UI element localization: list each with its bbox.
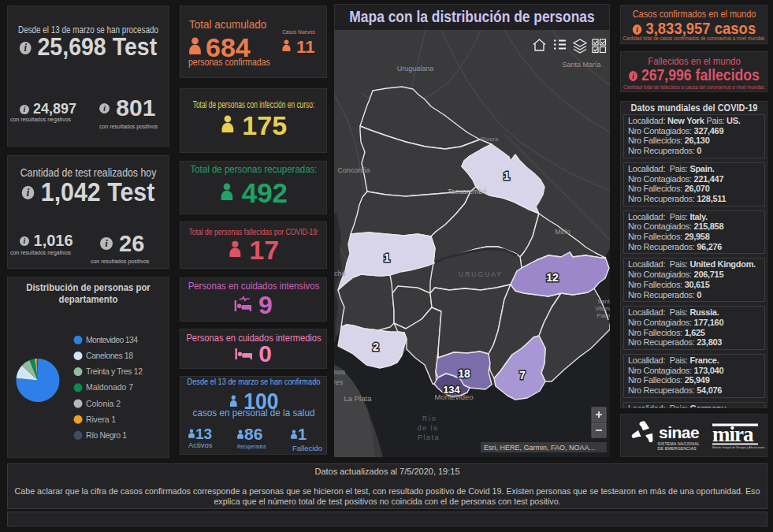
svg-text:12: 12	[546, 271, 559, 284]
svg-text:de la: de la	[417, 424, 438, 432]
svg-text:Rivera: Rivera	[480, 136, 499, 143]
svg-text:Esri, HERE, Garmin, FAO, NOAA.: Esri, HERE, Garmin, FAO, NOAA...	[484, 444, 595, 452]
svg-text:chó: chó	[334, 270, 346, 277]
svg-text:res: res	[334, 378, 344, 386]
svg-text:Santa María: Santa María	[562, 61, 600, 69]
svg-text:Maldonado 7: Maldonado 7	[86, 382, 133, 392]
svg-text:Canelones 18: Canelones 18	[86, 351, 133, 360]
svg-text:Treinta y Tres 12: Treinta y Tres 12	[86, 366, 143, 376]
svg-text:134: 134	[443, 384, 460, 396]
svg-text:La Plata: La Plata	[344, 394, 373, 403]
svg-text:1: 1	[384, 251, 390, 264]
svg-text:Río Negro 1: Río Negro 1	[86, 430, 127, 440]
svg-text:1: 1	[504, 169, 510, 182]
svg-text:SISTEMA NACIONAL: SISTEMA NACIONAL	[658, 441, 700, 446]
svg-text:7: 7	[519, 369, 526, 381]
svg-text:Melo: Melo	[555, 228, 570, 236]
svg-text:Sant: Sant	[597, 298, 610, 305]
svg-text:DE EMERGENCIAS: DE EMERGENCIAS	[658, 446, 697, 451]
svg-text:Monitor Integral de Riesgos y: Monitor Integral de Riesgos y Afectacion…	[712, 446, 765, 449]
svg-text:Plata: Plata	[418, 433, 440, 441]
svg-text:Vitória: Vitória	[595, 305, 610, 312]
svg-text:Río: Río	[422, 415, 437, 422]
svg-text:Rivera 1: Rivera 1	[86, 415, 116, 424]
svg-text:nos: nos	[334, 368, 346, 376]
svg-text:18: 18	[458, 367, 470, 380]
svg-text:URUGUAY: URUGUAY	[459, 270, 503, 278]
svg-text:sinae: sinae	[659, 423, 699, 441]
svg-text:Tacuarembó: Tacuarembó	[448, 188, 487, 195]
svg-text:Palm: Palm	[596, 312, 610, 319]
svg-text:Colonia 2: Colonia 2	[86, 399, 121, 408]
svg-text:2: 2	[373, 340, 379, 353]
svg-text:Concordia: Concordia	[337, 166, 370, 174]
svg-text:Montevideo 134: Montevideo 134	[86, 335, 138, 344]
svg-text:Urugualana: Urugualana	[397, 65, 434, 73]
